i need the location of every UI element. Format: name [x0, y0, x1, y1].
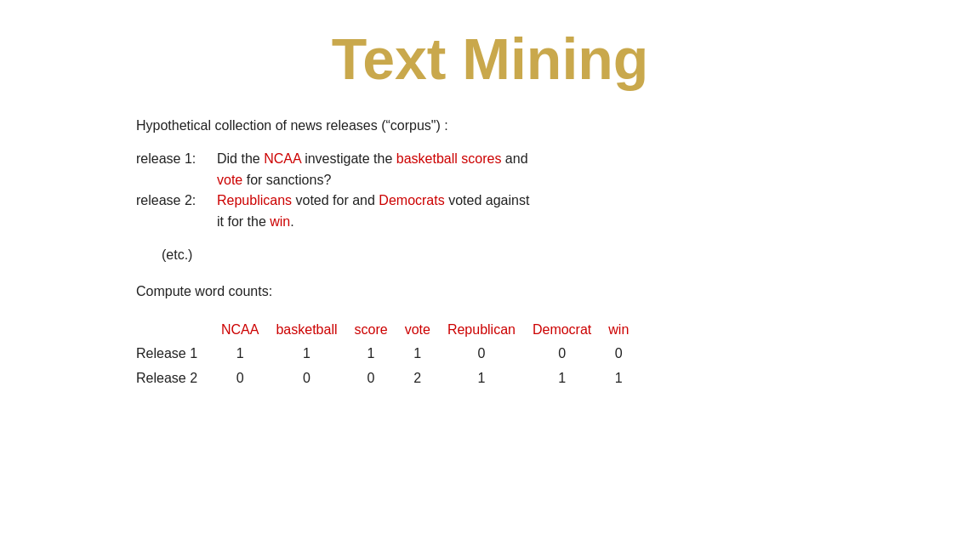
- table-row-release1: Release 1 1 1 1 1 0 0 0: [136, 342, 637, 366]
- row2-democrat: 1: [524, 366, 600, 391]
- row1-ncaa: 1: [213, 342, 267, 366]
- release2-republicans: Republicans: [217, 193, 292, 207]
- release2-line2-post: .: [290, 214, 293, 229]
- compute-text: Compute word counts:: [136, 284, 272, 298]
- body-content: Hypothetical collection of news releases…: [136, 116, 637, 391]
- compute-line: Compute word counts:: [136, 281, 637, 303]
- row1-score: 1: [346, 342, 396, 366]
- release2-democrats: Democrats: [379, 193, 444, 207]
- col-header-win: win: [600, 318, 637, 343]
- page-container: Text Mining Hypothetical collection of n…: [0, 0, 980, 551]
- release1-basketball: basketball scores: [396, 151, 502, 166]
- page-title: Text Mining: [136, 26, 844, 92]
- row2-label: Release 2: [136, 366, 213, 391]
- release2-label: release 2:: [136, 190, 217, 212]
- release1-ncaa: NCAA: [264, 151, 301, 166]
- col-header-ncaa: NCAA: [213, 318, 267, 343]
- row2-win: 1: [600, 366, 637, 391]
- release2-post: against: [481, 193, 529, 207]
- table-header-row: NCAA basketball score vote Republican De…: [136, 318, 637, 343]
- col-header-democrat: Democrat: [524, 318, 600, 343]
- release1-mid: investigate the: [301, 151, 396, 166]
- col-header-vote: vote: [396, 318, 439, 343]
- release2-mid2: for and: [329, 193, 379, 207]
- etc-text: (etc.): [162, 247, 192, 262]
- release2-line2: it for the win.: [136, 212, 637, 233]
- release1-line1: release 1: Did the NCAA investigate the …: [136, 149, 637, 170]
- row2-vote: 2: [396, 366, 439, 391]
- row1-label: Release 1: [136, 342, 213, 366]
- row1-win: 0: [600, 342, 637, 366]
- release1-label: release 1:: [136, 149, 217, 170]
- release2-content-line2: it for the win.: [217, 212, 637, 233]
- release2-content-line1: Republicans voted for and Democrats vote…: [217, 190, 637, 212]
- row2-republican: 1: [439, 366, 524, 391]
- release1-content-line2: vote for sanctions?: [217, 170, 637, 191]
- release1-line2: vote for sanctions?: [136, 170, 637, 191]
- release1-pre: Did the: [217, 151, 264, 166]
- release2-voted1: voted: [296, 193, 329, 207]
- row1-basketball: 1: [267, 342, 345, 366]
- release1-content-line1: Did the NCAA investigate the basketball …: [217, 149, 637, 170]
- row2-basketball: 0: [267, 366, 345, 391]
- release1-vote: vote: [217, 173, 242, 187]
- etc-line: (etc.): [136, 245, 637, 266]
- col-header-score: score: [346, 318, 396, 343]
- row1-democrat: 0: [524, 342, 600, 366]
- release2-line1: release 2: Republicans voted for and Dem…: [136, 190, 637, 212]
- release1-indent: [136, 170, 217, 191]
- release2-line2-pre: it for the: [217, 214, 270, 229]
- hypothesis-text: Hypothetical collection of news releases…: [136, 118, 448, 133]
- release2-win: win: [270, 214, 290, 229]
- col-header-empty: [136, 318, 213, 343]
- release1-block: release 1: Did the NCAA investigate the …: [136, 149, 637, 233]
- word-count-table: NCAA basketball score vote Republican De…: [136, 318, 637, 391]
- table-row-release2: Release 2 0 0 0 2 1 1 1: [136, 366, 637, 391]
- row1-vote: 1: [396, 342, 439, 366]
- release2-voted2: voted: [448, 193, 481, 207]
- row1-republican: 0: [439, 342, 524, 366]
- row2-ncaa: 0: [213, 366, 267, 391]
- row2-score: 0: [346, 366, 396, 391]
- release1-post: and: [501, 151, 527, 166]
- col-header-basketball: basketball: [267, 318, 345, 343]
- col-header-republican: Republican: [439, 318, 524, 343]
- hypothesis-line: Hypothetical collection of news releases…: [136, 116, 637, 137]
- release2-indent: [136, 212, 217, 233]
- release1-line2-post: for sanctions?: [242, 173, 331, 187]
